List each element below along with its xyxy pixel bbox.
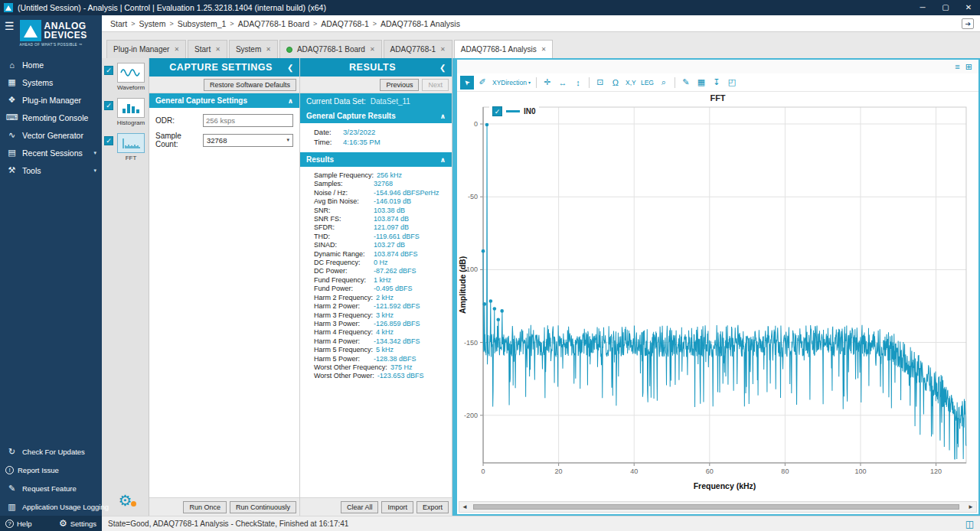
close-icon[interactable]: ✕ (266, 46, 271, 53)
tool-tile-fft[interactable]: FFT (115, 133, 147, 161)
close-icon[interactable]: ✕ (440, 46, 446, 53)
pan-tool[interactable]: ✛ (541, 76, 554, 90)
general-capture-results-title: General Capture Results (306, 112, 396, 120)
tab-adaq7768-1-analysis[interactable]: ADAQ7768-1 Analysis✕ (454, 40, 554, 58)
layout-icon[interactable]: ◫ (965, 519, 974, 529)
systems-icon: ▦ (5, 77, 18, 87)
x-tick-label: 80 (781, 467, 789, 475)
waveform-checkbox[interactable]: ✓ (104, 66, 113, 75)
sidebar-item-plug-in-manager[interactable]: ❖Plug-in Manager (0, 91, 102, 109)
breadcrumb-item-adaq7768-1-analysis[interactable]: ADAQ7768-1 Analysis (378, 19, 462, 28)
sidebar-item-recent-sessions[interactable]: ▤Recent Sessions▾ (0, 144, 102, 161)
tab-system[interactable]: System✕ (229, 40, 278, 58)
hamburger-menu-icon[interactable]: ☰ (5, 20, 15, 32)
tool-tile-waveform[interactable]: Waveform (115, 63, 147, 91)
sidebar-item-help[interactable]: ?Help (5, 520, 32, 528)
run-continuously-button[interactable]: Run Continuously (230, 501, 296, 513)
result-label: Harm 2 Power: (314, 302, 374, 311)
close-icon[interactable]: ✕ (541, 46, 547, 53)
export-button[interactable]: Export (416, 501, 449, 513)
tool-tile-histogram[interactable]: Histogram (115, 98, 147, 126)
odr-input[interactable] (203, 114, 293, 127)
help-icon: ? (5, 520, 14, 528)
sidebar-item-tools[interactable]: ⚒Tools▾ (0, 161, 102, 179)
close-button[interactable]: ✕ (957, 0, 980, 15)
previous-button[interactable]: Previous (380, 79, 419, 91)
zoom-x-tool-icon: ↔ (558, 78, 567, 87)
sidebar-item-label: Request Feature (22, 484, 77, 493)
next-button[interactable]: Next (422, 79, 449, 91)
result-row: Harm 4 Frequency:4 kHz (314, 328, 450, 337)
export-plot-tool-icon: ↧ (713, 77, 720, 87)
snapshot-tool[interactable]: ▦ (694, 76, 708, 90)
tab-label: Start (194, 45, 211, 54)
general-capture-settings-bar[interactable]: General Capture Settings ∧ (149, 93, 299, 108)
legend-checkbox[interactable]: ✓ (492, 106, 502, 116)
run-once-button[interactable]: Run Once (183, 501, 227, 513)
import-button[interactable]: Import (381, 501, 413, 513)
sidebar-item-systems[interactable]: ▦Systems (0, 73, 102, 91)
xy-direction-dropdown[interactable]: XYDirection▾ (491, 76, 532, 90)
close-icon[interactable]: ✕ (215, 46, 220, 53)
breadcrumb-item-start[interactable]: Start (108, 19, 129, 28)
restore-defaults-button[interactable]: Restore Software Defaults (204, 79, 296, 91)
chart-scrollbar[interactable]: ◄ ► (459, 501, 977, 513)
tab-adaq7768-1-board[interactable]: ADAQ7768-1 Board✕ (279, 40, 382, 58)
fft-checkbox[interactable]: ✓ (104, 136, 113, 145)
sidebar-item-vector-generator[interactable]: ∿Vector Generator (0, 126, 102, 144)
xy-values-toggle[interactable]: X,Y (624, 76, 638, 90)
breadcrumb-item-adaq7768-1[interactable]: ADAQ7768-1 (318, 19, 371, 28)
tab-bar: Plug-in Manager✕Start✕System✕ADAQ7768-1 … (102, 32, 980, 58)
sidebar-item-settings[interactable]: ⚙Settings (59, 519, 96, 528)
scroll-left-icon[interactable]: ◄ (459, 503, 470, 510)
scrollbar-track[interactable] (470, 502, 965, 512)
minimize-button[interactable]: ─ (911, 0, 934, 15)
tab-plug-in-manager[interactable]: Plug-in Manager✕ (106, 40, 186, 58)
sidebar-item-application-usage-logging[interactable]: ▥Application Usage Logging (0, 497, 102, 516)
clear-all-button[interactable]: Clear All (341, 501, 379, 513)
copy-plot-tool[interactable]: ◰ (725, 76, 739, 90)
grid-view-icon[interactable]: ⊞ (965, 60, 972, 73)
sidebar-item-check-for-updates[interactable]: ↻Check For Updates (0, 442, 102, 461)
breadcrumb-item-system[interactable]: System (136, 19, 168, 28)
brush-tool[interactable]: ✐ (475, 76, 489, 90)
sidebar-item-report-issue[interactable]: !Report Issue (0, 461, 102, 479)
session-log-icon[interactable]: ➔ (962, 18, 974, 29)
sidebar-item-remoting-console[interactable]: ⌨Remoting Console (0, 109, 102, 126)
annotate-tool[interactable]: ✎ (679, 76, 693, 90)
fit-view-tool[interactable]: ⊡ (593, 76, 607, 90)
general-capture-results-bar[interactable]: General Capture Results ∧ (300, 109, 452, 123)
logo-line2: DEVICES (44, 30, 87, 41)
scrollbar-thumb[interactable] (473, 504, 959, 510)
zoom-x-tool[interactable]: ↔ (556, 76, 570, 90)
close-icon[interactable]: ✕ (370, 46, 375, 53)
result-label: Harm 2 Frequency: (314, 294, 376, 302)
status-bar: State=Good, ADAQ7768-1 Analysis - CheckS… (102, 516, 980, 531)
breadcrumb-item-subsystem-1[interactable]: Subsystem_1 (175, 19, 229, 28)
tab-adaq7768-1[interactable]: ADAQ7768-1✕ (384, 40, 452, 58)
close-icon[interactable]: ✕ (174, 46, 179, 53)
collapse-panel-icon[interactable]: ❮ (439, 64, 446, 72)
result-row: Fund Power:-0.495 dBFS (314, 285, 450, 293)
scroll-right-icon[interactable]: ► (965, 503, 976, 510)
y-tick-label: -50 (468, 193, 478, 200)
results-section-bar[interactable]: Results ∧ (300, 152, 452, 167)
export-plot-tool[interactable]: ↧ (710, 76, 724, 90)
collapse-panel-icon[interactable]: ❮ (287, 64, 294, 72)
magnifier-tool[interactable]: ⌕ (657, 76, 671, 90)
legend-toggle[interactable]: LEG (639, 76, 655, 90)
breadcrumb-item-adaq7768-1-board[interactable]: ADAQ7768-1 Board (236, 19, 312, 28)
tools-gear-icon[interactable]: ⚙ (103, 491, 147, 513)
maximize-button[interactable]: ▢ (934, 0, 957, 15)
sidebar-item-home[interactable]: ⌂Home (0, 56, 102, 73)
plug-in-manager-icon: ❖ (5, 95, 18, 105)
sample-count-select[interactable]: 32768 ▾ (203, 134, 293, 147)
sidebar-item-request-feature[interactable]: ✎Request Feature (0, 479, 102, 497)
zoom-y-tool[interactable]: ↕ (571, 76, 585, 90)
dock-panel-icon[interactable]: ≡ (955, 60, 959, 73)
sidebar-item-label: Tools (22, 166, 41, 175)
cursor-tool[interactable]: Ω (609, 76, 622, 90)
tab-start[interactable]: Start✕ (188, 40, 227, 58)
pointer-tool[interactable]: ➤ (460, 76, 474, 90)
histogram-checkbox[interactable]: ✓ (104, 101, 113, 110)
